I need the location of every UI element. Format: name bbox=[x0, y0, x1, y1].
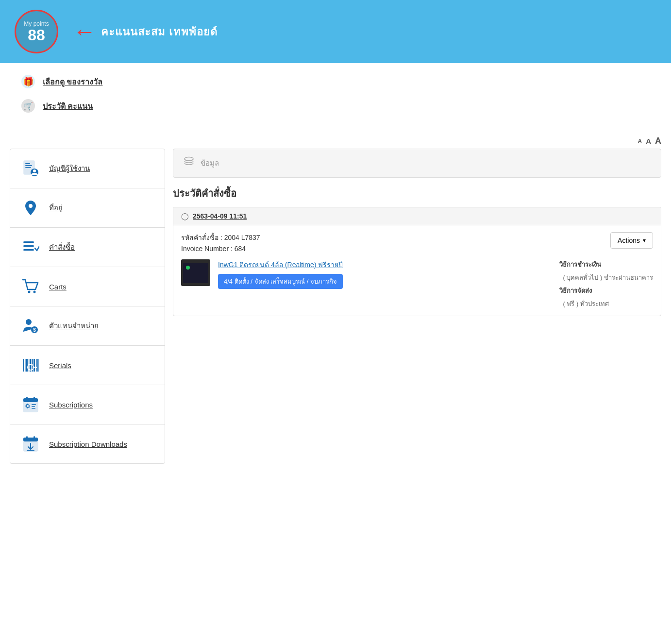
points-circle: My points 88 bbox=[15, 10, 58, 53]
barcode-icon bbox=[20, 355, 41, 376]
sidebar-carts-label: Carts bbox=[49, 283, 67, 291]
svg-text:🛒: 🛒 bbox=[23, 102, 33, 111]
shipping-method-title: วิธีการจัดส่ง bbox=[559, 286, 654, 296]
user-doc-icon bbox=[20, 158, 41, 179]
content-area: ข้อมูล ประวัติคำสั่งซื้อ ◯ 2563-04-09 11… bbox=[165, 149, 661, 464]
sidebar-item-subscriptions[interactable]: Subscriptions bbox=[10, 385, 165, 424]
svg-rect-12 bbox=[23, 245, 34, 247]
payment-shipping-info: วิธีการชำระเงิน ( บุคคลทั่วไป ) ชำระผ่าน… bbox=[559, 259, 654, 309]
svg-rect-45 bbox=[32, 408, 35, 409]
svg-rect-33 bbox=[23, 398, 38, 402]
svg-rect-48 bbox=[26, 436, 28, 439]
order-card: ◯ 2563-04-09 11:51 รหัสคำสั่งซื้อ : 2004… bbox=[173, 207, 661, 316]
svg-line-42 bbox=[29, 407, 30, 408]
quick-link-rewards[interactable]: 🎁 เลือกดู ของรางวัล bbox=[19, 73, 652, 90]
font-small-btn[interactable]: A bbox=[637, 136, 642, 146]
svg-rect-35 bbox=[34, 397, 35, 400]
order-history-title: ประวัติคำสั่งซื้อ bbox=[173, 186, 661, 201]
info-header-text: ข้อมูล bbox=[201, 157, 219, 169]
svg-rect-21 bbox=[26, 359, 28, 372]
order-meta-left: รหัสคำสั่งซื้อ : 2004 L7837 Invoice Numb… bbox=[181, 232, 260, 253]
svg-rect-29 bbox=[33, 367, 36, 368]
sidebar-item-account[interactable]: บัญชีผู้ใช้งาน bbox=[10, 149, 165, 188]
sidebar-address-label: ที่อยู่ bbox=[49, 202, 63, 214]
svg-rect-34 bbox=[26, 397, 28, 400]
sidebar-item-reseller[interactable]: $ ตัวแทนจำหน่าย bbox=[10, 306, 165, 346]
order-product-row: InwG1 ติดรถยนต์ 4ล้อ (Realtime) ฟรีรายปี… bbox=[181, 259, 653, 309]
order-ref: รหัสคำสั่งซื้อ : 2004 L7837 bbox=[181, 232, 260, 243]
arrow-container: ← คะแนนสะสม เทพพ้อยด์ bbox=[73, 20, 222, 43]
order-ref-value: 2004 L7837 bbox=[224, 234, 260, 241]
points-value: 88 bbox=[28, 27, 45, 43]
order-date[interactable]: 2563-04-09 11:51 bbox=[193, 212, 247, 220]
svg-rect-11 bbox=[23, 241, 34, 243]
quick-links: 🎁 เลือกดู ของรางวัล 🛒 ประวัติ คะแนน bbox=[0, 63, 671, 131]
list-check-icon bbox=[20, 237, 41, 258]
sidebar-subscription-downloads-label: Subscription Downloads bbox=[49, 440, 127, 448]
order-meta: รหัสคำสั่งซื้อ : 2004 L7837 Invoice Numb… bbox=[181, 232, 653, 253]
database-icon bbox=[183, 156, 195, 170]
svg-rect-47 bbox=[23, 438, 38, 441]
main-layout: บัญชีผู้ใช้งาน ที่อยู่ คำสั่งซื้อ bbox=[0, 149, 671, 474]
svg-rect-31 bbox=[36, 367, 37, 368]
svg-rect-19 bbox=[23, 359, 24, 372]
sidebar-item-carts[interactable]: Carts bbox=[10, 267, 165, 306]
product-status-dot bbox=[186, 266, 190, 270]
svg-rect-25 bbox=[34, 359, 35, 372]
svg-rect-43 bbox=[32, 404, 36, 405]
svg-rect-26 bbox=[36, 359, 37, 372]
sidebar-item-orders[interactable]: คำสั่งซื้อ bbox=[10, 228, 165, 267]
product-name-link[interactable]: InwG1 ติดรถยนต์ 4ล้อ (Realtime) ฟรีรายปี bbox=[218, 259, 552, 270]
sidebar-serials-label: Serials bbox=[49, 361, 71, 370]
svg-point-10 bbox=[29, 204, 33, 208]
rewards-link-text: เลือกดู ของรางวัล bbox=[43, 76, 102, 88]
payment-method-title: วิธีการชำระเงิน bbox=[559, 259, 654, 270]
font-controls: A A A bbox=[0, 131, 671, 149]
sidebar-reseller-label: ตัวแทนจำหน่าย bbox=[49, 320, 99, 332]
sidebar: บัญชีผู้ใช้งาน ที่อยู่ คำสั่งซื้อ bbox=[10, 149, 165, 464]
svg-rect-5 bbox=[25, 163, 30, 164]
order-card-header: ◯ 2563-04-09 11:51 bbox=[173, 207, 661, 225]
svg-text:🎁: 🎁 bbox=[23, 76, 34, 87]
sidebar-orders-label: คำสั่งซื้อ bbox=[49, 241, 75, 253]
sidebar-item-serials[interactable]: Serials bbox=[10, 346, 165, 385]
svg-text:$: $ bbox=[33, 327, 36, 333]
calendar-dl-icon bbox=[20, 433, 41, 455]
payment-method-detail: ( บุคคลทั่วไป ) ชำระผ่านธนาคาร bbox=[559, 272, 654, 283]
header-banner: My points 88 ← คะแนนสะสม เทพพ้อยด์ bbox=[0, 0, 671, 63]
order-card-body: รหัสคำสั่งซื้อ : 2004 L7837 Invoice Numb… bbox=[173, 225, 661, 316]
order-invoice-label: Invoice Number : bbox=[181, 245, 233, 253]
font-large-btn[interactable]: A bbox=[655, 136, 661, 146]
order-invoice: Invoice Number : 684 bbox=[181, 245, 260, 253]
quick-link-points-history[interactable]: 🛒 ประวัติ คะแนน bbox=[19, 97, 652, 115]
info-header: ข้อมูล bbox=[173, 149, 661, 178]
svg-rect-6 bbox=[25, 165, 32, 166]
sidebar-subscriptions-label: Subscriptions bbox=[49, 401, 93, 409]
svg-rect-7 bbox=[25, 167, 31, 168]
svg-point-9 bbox=[33, 169, 36, 172]
sidebar-item-address[interactable]: ที่อยู่ bbox=[10, 188, 165, 228]
svg-rect-49 bbox=[34, 436, 35, 439]
svg-line-41 bbox=[26, 405, 27, 406]
product-details: InwG1 ติดรถยนต์ 4ล้อ (Realtime) ฟรีรายปี… bbox=[218, 259, 552, 289]
svg-point-14 bbox=[28, 291, 31, 293]
location-icon bbox=[20, 197, 41, 219]
font-medium-btn[interactable]: A bbox=[646, 136, 651, 146]
order-status-badge: 4/4 ติดตั้ง / จัดส่ง เสร็จสมบูรณ์ / จบภา… bbox=[218, 274, 343, 289]
cart-icon bbox=[20, 276, 41, 297]
order-ref-label: รหัสคำสั่งซื้อ : bbox=[181, 234, 222, 241]
cart-small-icon: 🛒 bbox=[19, 97, 37, 115]
points-history-link-text: ประวัติ คะแนน bbox=[43, 100, 93, 112]
sidebar-item-subscription-downloads[interactable]: Subscription Downloads bbox=[10, 424, 165, 463]
svg-point-15 bbox=[34, 291, 36, 293]
svg-rect-27 bbox=[37, 359, 39, 372]
svg-rect-13 bbox=[23, 249, 34, 251]
svg-point-16 bbox=[26, 319, 32, 325]
actions-button[interactable]: Actions bbox=[610, 232, 653, 249]
svg-rect-30 bbox=[35, 366, 36, 367]
arrow-left-icon: ← bbox=[73, 20, 96, 43]
points-label: My points bbox=[24, 20, 49, 27]
calendar-sub-icon bbox=[20, 394, 41, 415]
gift-icon: 🎁 bbox=[19, 73, 37, 90]
shipping-method-detail: ( ฟรี ) ทั่วประเทศ bbox=[559, 299, 654, 309]
